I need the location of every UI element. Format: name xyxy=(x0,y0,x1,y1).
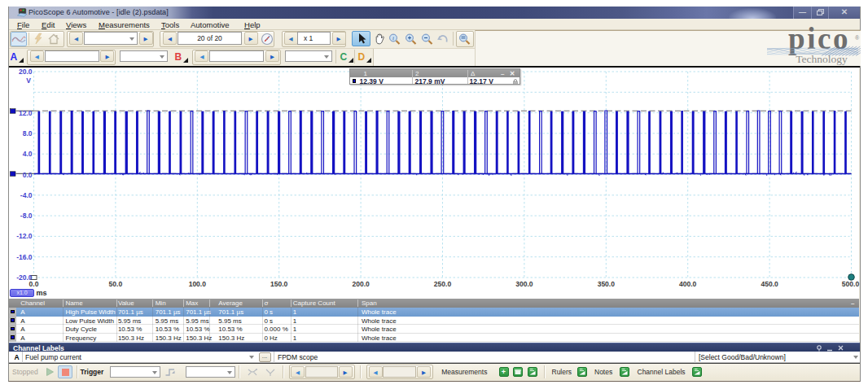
svg-text:i: i xyxy=(392,35,394,42)
